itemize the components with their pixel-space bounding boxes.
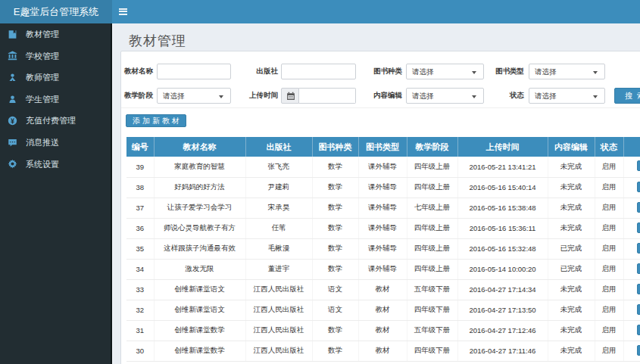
sidebar-item-4[interactable]: 学生管理	[0, 89, 111, 110]
sidebar-item-3[interactable]: 教师管理	[0, 67, 111, 89]
table-cell: 创维新课堂数学	[154, 341, 245, 361]
sidebar-item-label: 学校管理	[26, 45, 59, 67]
row-action-button[interactable]	[637, 243, 640, 254]
table-cell: 数学	[312, 218, 358, 238]
filter-select-图书类型[interactable]: 请选择	[529, 64, 605, 79]
search-button[interactable]: 搜索	[614, 88, 640, 104]
table-row: 32创维新课堂语文江西人民出版社语文教材四年级下册2016-04-27 17:1…	[126, 300, 640, 320]
table-cell: 五年级下册	[407, 320, 457, 341]
table-cell: 四年级上册	[407, 259, 457, 279]
table-cell-actions	[623, 198, 640, 218]
table-cell: 四年级上册	[407, 177, 457, 198]
column-header: 状态	[595, 137, 623, 157]
sidebar-item-2[interactable]: 学校管理	[0, 45, 111, 67]
table-cell: 家庭教育的智慧	[154, 157, 245, 177]
filter-label: 图书类型	[121, 64, 524, 79]
row-action-button[interactable]	[637, 284, 640, 294]
table-cell: 课外辅导	[358, 259, 407, 279]
row-action-button[interactable]	[637, 325, 640, 335]
table-cell: 启用	[595, 157, 623, 177]
table-row: 39家庭教育的智慧张飞亮数学课外辅导四年级上册2016-05-21 13:41:…	[126, 157, 640, 177]
yen-circle-icon	[8, 116, 17, 126]
table-cell: 这样跟孩子沟通最有效	[154, 238, 245, 259]
add-textbook-button[interactable]: 添加新教材	[126, 114, 186, 127]
university-icon	[8, 51, 17, 61]
hamburger-bar	[119, 11, 127, 12]
sidebar-item-label: 充值付费管理	[26, 110, 76, 132]
table-cell: 教材	[358, 279, 407, 300]
filter-select-状态[interactable]: 请选择	[529, 88, 605, 104]
row-action-button[interactable]	[637, 182, 640, 192]
table-cell-actions	[623, 259, 640, 279]
filter-label: 状态	[121, 88, 524, 103]
table-cell: 2016-04-27 17:11:46	[457, 341, 548, 361]
table-row: 33创维新课堂语文江西人民出版社语文教材五年级下册2016-04-27 17:1…	[126, 279, 640, 300]
table-row: 35这样跟孩子沟通最有效毛楸漫数学课外辅导四年级上册2016-05-16 15:…	[126, 238, 640, 259]
table-cell: 2016-04-27 17:14:34	[457, 279, 548, 300]
sidebar-menu: 教材管理学校管理教师管理学生管理充值付费管理消息推送系统设置	[0, 23, 111, 175]
table-cell: 39	[126, 157, 154, 177]
sidebar: 教材管理学校管理教师管理学生管理充值付费管理消息推送系统设置	[0, 23, 112, 364]
sidebar-toggle-button[interactable]	[112, 0, 135, 23]
table-cell: 启用	[595, 320, 623, 341]
row-action-button[interactable]	[637, 160, 640, 171]
sidebar-item-1[interactable]: 教材管理	[0, 23, 111, 45]
row-action-button[interactable]	[637, 345, 640, 356]
row-action-button[interactable]	[637, 202, 640, 213]
column-header: 内容编辑	[548, 137, 595, 157]
column-header: 教材名称	[154, 137, 245, 157]
table-cell: 32	[126, 300, 154, 320]
table-cell: 启用	[595, 218, 623, 238]
sidebar-item-6[interactable]: 消息推送	[0, 132, 111, 154]
table-cell: 课外辅导	[358, 177, 407, 198]
app-logo[interactable]: E趣堂后台管理系统	[0, 0, 112, 23]
sidebar-item-5[interactable]: 充值付费管理	[0, 110, 111, 132]
table-cell: 毛楸漫	[245, 238, 312, 259]
table-cell: 课外辅导	[358, 157, 407, 177]
table-header-row: 编号教材名称出版社图书种类图书类型教学阶段上传时间内容编辑状态	[126, 137, 640, 157]
table-cell: 启用	[595, 300, 623, 320]
table-cell: 课外辅导	[358, 238, 407, 259]
table-cell: 已完成	[548, 259, 595, 279]
table-cell: 语文	[312, 300, 358, 320]
column-header: 出版社	[245, 137, 312, 157]
book-icon	[8, 30, 17, 39]
table-cell: 2016-05-16 15:32:48	[457, 238, 548, 259]
sidebar-item-7[interactable]: 系统设置	[0, 154, 111, 176]
table-cell: 四年级下册	[407, 300, 457, 320]
row-action-button[interactable]	[637, 304, 640, 315]
content-box: 搜索 教材名称出版社图书种类请选择图书类型请选择教学阶段请选择上传时间内容编辑请…	[120, 51, 640, 364]
table-cell-actions	[623, 238, 640, 259]
table-cell: 四年级上册	[407, 157, 457, 177]
table-row: 38好妈妈的好方法尹建莉数学课外辅导四年级上册2016-05-16 15:40:…	[126, 177, 640, 198]
table-cell: 任苇	[245, 218, 312, 238]
column-header: 教学阶段	[407, 137, 457, 157]
gear-icon	[8, 159, 17, 169]
table-cell: 35	[126, 238, 154, 259]
column-header: 编号	[126, 137, 154, 157]
table-cell: 启用	[595, 198, 623, 218]
selected-value: 请选择	[535, 64, 557, 79]
textbook-table: 编号教材名称出版社图书种类图书类型教学阶段上传时间内容编辑状态 39家庭教育的智…	[126, 137, 640, 362]
table-cell: 四年级上册	[407, 238, 457, 259]
table-cell: 教材	[358, 320, 407, 341]
row-action-button[interactable]	[637, 263, 640, 274]
table-cell: 数学	[312, 238, 358, 259]
table-cell: 师说心灵导航教子有方	[154, 218, 245, 238]
hamburger-bar	[119, 8, 127, 10]
row-action-button[interactable]	[637, 222, 640, 233]
table-cell: 未完成	[548, 300, 595, 320]
table-cell-actions	[623, 341, 640, 361]
table-cell: 数学	[312, 341, 358, 361]
table-cell: 七年级上册	[407, 198, 457, 218]
table-cell: 张飞亮	[245, 157, 312, 177]
table-cell-actions	[623, 177, 640, 198]
table-cell: 2016-04-27 17:13:50	[457, 300, 548, 320]
selected-value: 请选择	[535, 89, 557, 103]
hamburger-bar	[119, 14, 127, 15]
table-cell: 江西人民出版社	[245, 320, 312, 341]
table-cell: 2016-05-21 13:41:21	[457, 157, 548, 177]
table-cell: 数学	[312, 259, 358, 279]
table-cell: 教材	[358, 300, 407, 320]
table-cell: 五年级下册	[407, 279, 457, 300]
